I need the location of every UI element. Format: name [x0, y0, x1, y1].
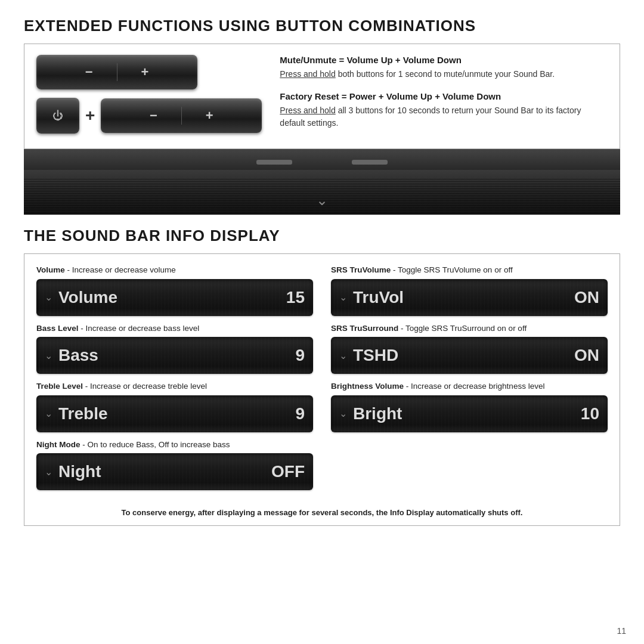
chevron-down-icon: ⌄	[316, 192, 328, 209]
divider-2	[181, 107, 182, 125]
truvol-label-rest: - Toggle SRS TruVolume on or off	[391, 265, 512, 274]
info-section: THE SOUND BAR INFO DISPLAY Volume - Incr…	[24, 227, 620, 526]
night-screen-label: Night	[58, 462, 271, 481]
soundbar-image: ⌄	[24, 149, 620, 215]
screen-chevron-treble: ⌄	[45, 408, 52, 419]
screen-chevron-vol: ⌄	[45, 292, 52, 303]
bottom-row: ⏻ + − +	[36, 98, 262, 134]
night-label-bold: Night Mode	[36, 440, 80, 449]
bright-screen-value: 10	[581, 404, 599, 423]
bright-label-bold: Brightness Volume	[331, 382, 404, 391]
section1-title: EXTENDED FUNCTIONS USING BUTTON COMBINAT…	[24, 17, 620, 35]
display-grid: Volume - Increase or decrease volume ⌄ V…	[36, 265, 608, 439]
minus-icon-2: −	[150, 108, 157, 123]
truvol-screen: ⌄ TruVol ON	[331, 279, 608, 316]
mute-rest: both buttons for 1 second to mute/unmute…	[336, 69, 555, 79]
treble-screen-label: Treble	[58, 404, 295, 423]
mute-text: Press and hold both buttons for 1 second…	[280, 68, 608, 80]
volume-label-rest: - Increase or decrease volume	[65, 265, 176, 274]
volume-label-bold: Volume	[36, 265, 65, 274]
truvol-label-bold: SRS TruVolume	[331, 265, 391, 274]
power-icon: ⏻	[52, 110, 63, 122]
instructions: Mute/Unmute = Volume Up + Volume Down Pr…	[280, 55, 608, 140]
tshd-label-bold: SRS TruSurround	[331, 324, 398, 333]
night-screen: ⌄ Night OFF	[36, 453, 313, 490]
treble-label: Treble Level - Increase or decrease treb…	[36, 381, 313, 392]
screen-chevron-bright: ⌄	[339, 408, 347, 419]
bass-screen: ⌄ Bass 9	[36, 337, 313, 374]
bass-label-rest: - Increase or decrease bass level	[79, 324, 200, 333]
bright-label-rest: - Increase or decrease brightness level	[404, 382, 544, 391]
mute-underline: Press and hold	[280, 69, 335, 79]
volume-screen-label: Volume	[58, 288, 286, 307]
page: EXTENDED FUNCTIONS USING BUTTON COMBINAT…	[0, 0, 644, 538]
section2-title: THE SOUND BAR INFO DISPLAY	[24, 227, 620, 245]
screen-chevron-truvol: ⌄	[339, 292, 347, 303]
factory-title: Factory Reset = Power + Volume Up + Volu…	[280, 91, 608, 101]
night-label-rest: - On to reduce Bass, Off to increase bas…	[80, 440, 230, 449]
screen-chevron-tshd: ⌄	[339, 350, 347, 361]
info-box: Volume - Increase or decrease volume ⌄ V…	[24, 253, 620, 526]
power-button: ⏻	[36, 98, 79, 134]
tshd-label: SRS TruSurround - Toggle SRS TruSurround…	[331, 323, 608, 334]
bright-screen: ⌄ Bright 10	[331, 395, 608, 432]
bass-item: Bass Level - Increase or decrease bass l…	[36, 323, 313, 374]
extended-box: − + ⏻ + − + Mute/Unmute = Volume Up + Vo…	[24, 44, 620, 149]
truvol-screen-label: TruVol	[353, 288, 574, 307]
plus-icon: +	[141, 64, 149, 80]
volume-screen-value: 15	[286, 288, 305, 307]
bright-screen-label: Bright	[353, 404, 581, 423]
volume-label: Volume - Increase or decrease volume	[36, 265, 313, 275]
bright-item: Brightness Volume - Increase or decrease…	[331, 381, 608, 432]
soundbar-top-indicators	[256, 160, 388, 165]
tshd-item: SRS TruSurround - Toggle SRS TruSurround…	[331, 323, 608, 374]
factory-underline: Press and hold	[280, 106, 335, 115]
minus-icon: −	[85, 64, 93, 80]
bass-screen-value: 9	[295, 346, 305, 365]
bass-label: Bass Level - Increase or decrease bass l…	[36, 323, 313, 334]
bottom-note: To conserve energy, after displaying a m…	[36, 506, 608, 517]
plus-icon-2: +	[206, 108, 213, 123]
truvol-screen-value: ON	[574, 288, 599, 307]
page-number: 11	[617, 626, 626, 636]
volume-item: Volume - Increase or decrease volume ⌄ V…	[36, 265, 313, 316]
treble-label-bold: Treble Level	[36, 382, 83, 391]
soundbar-body: ⌄	[24, 170, 620, 215]
truvol-label: SRS TruVolume - Toggle SRS TruVolume on …	[331, 265, 608, 275]
treble-item: Treble Level - Increase or decrease treb…	[36, 381, 313, 432]
tshd-label-rest: - Toggle SRS TruSurround on or off	[398, 324, 527, 333]
tshd-screen: ⌄ TSHD ON	[331, 337, 608, 374]
night-label: Night Mode - On to reduce Bass, Off to i…	[36, 439, 313, 450]
tshd-screen-value: ON	[574, 346, 599, 365]
treble-screen: ⌄ Treble 9	[36, 395, 313, 432]
screen-chevron-bass: ⌄	[45, 350, 52, 361]
button-images: − + ⏻ + − +	[36, 55, 262, 140]
bass-screen-label: Bass	[58, 346, 295, 365]
vol-bar-2: − +	[101, 98, 262, 133]
indicator-right	[352, 160, 388, 165]
indicator-left	[256, 160, 292, 165]
divider	[117, 63, 117, 81]
factory-text: Press and hold all 3 buttons for 10 seco…	[280, 104, 608, 129]
treble-label-rest: - Increase or decrease treble level	[83, 382, 207, 391]
volume-screen: ⌄ Volume 15	[36, 279, 313, 316]
bass-label-bold: Bass Level	[36, 324, 79, 333]
night-screen-value: OFF	[271, 462, 305, 481]
truvol-item: SRS TruVolume - Toggle SRS TruVolume on …	[331, 265, 608, 316]
combine-plus: +	[85, 106, 95, 125]
vol-updown-bar: − +	[36, 55, 197, 89]
night-placeholder	[331, 439, 608, 498]
treble-screen-value: 9	[295, 404, 305, 423]
tshd-screen-label: TSHD	[353, 346, 574, 365]
bright-label: Brightness Volume - Increase or decrease…	[331, 381, 608, 392]
night-item: Night Mode - On to reduce Bass, Off to i…	[36, 439, 313, 491]
screen-chevron-night: ⌄	[45, 466, 52, 478]
mute-title: Mute/Unmute = Volume Up + Volume Down	[280, 55, 608, 65]
